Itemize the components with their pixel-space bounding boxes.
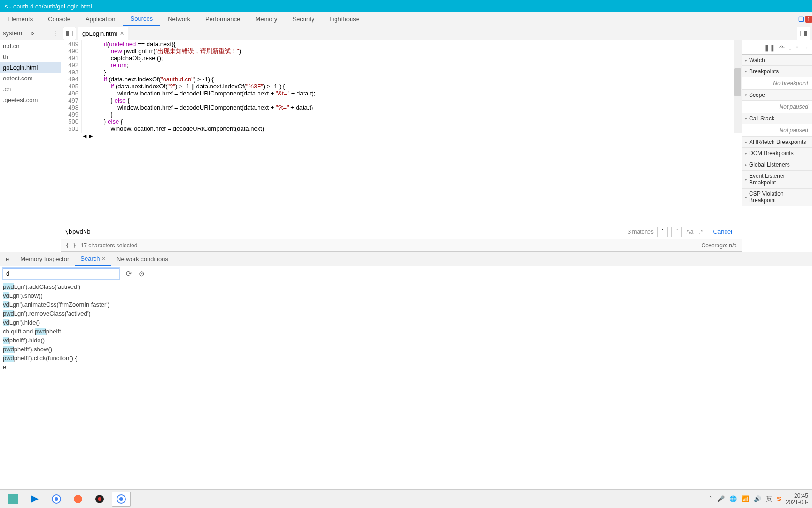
tab-performance[interactable]: Performance [198, 12, 248, 26]
refresh-icon[interactable]: ⟳ [126, 270, 132, 278]
section-breakpoints[interactable]: ▾Breakpoints [742, 66, 812, 77]
svg-point-8 [55, 497, 58, 501]
kebab-icon[interactable]: ⋮ [52, 30, 58, 37]
tray-chevron-icon[interactable]: ˄ [709, 495, 712, 502]
taskbar-app-chrome-active[interactable] [112, 492, 131, 507]
vertical-scrollbar[interactable] [734, 40, 742, 133]
close-icon[interactable]: × [120, 30, 124, 37]
taskbar-app-chrome[interactable] [47, 492, 66, 507]
search-result-row[interactable]: pwdLgn').addClass('actived') [3, 282, 809, 291]
section-event-listener-breakpoints[interactable]: ▸Event Listener Breakpoint [742, 170, 812, 188]
search-result-row[interactable]: pwdLgn').removeClass('actived') [3, 309, 809, 318]
tab-network[interactable]: Network [160, 12, 198, 26]
tab-elements[interactable]: Elements [0, 12, 40, 26]
toggle-navigator-icon[interactable] [63, 27, 76, 40]
file-navigator[interactable]: n.d.cn th goLogin.html eetest.com .cn .g… [0, 40, 61, 252]
close-icon[interactable]: × [102, 255, 105, 262]
clear-icon[interactable]: ⊘ [139, 270, 145, 278]
code-editor[interactable]: 4894904914924934944954964974984995005015… [61, 40, 742, 133]
tray-mic-icon[interactable]: 🎤 [717, 495, 725, 502]
section-callstack[interactable]: ▾Call Stack [742, 113, 812, 124]
callstack-body: Not paused [742, 124, 812, 136]
tray-volume-icon[interactable]: 🔊 [754, 495, 761, 502]
svg-point-13 [119, 497, 123, 501]
file-tab-label: goLogin.html [82, 30, 117, 37]
file-tab-golLogin[interactable]: goLogin.html × [78, 27, 128, 40]
step-out-icon[interactable]: ↑ [796, 44, 799, 51]
issues-count: 1 [805, 16, 812, 23]
search-result-row[interactable]: pwdphelft').click(function() { [3, 354, 809, 363]
devtools-main-tabs: Elements Console Application Sources Net… [0, 12, 812, 26]
scope-body: Not paused [742, 101, 812, 113]
file-tab-row: system » ⋮ goLogin.html × [0, 26, 812, 40]
filetree-item[interactable]: th [0, 51, 61, 62]
system-tray[interactable]: ˄ 🎤 🌐 📶 🔊 英 S 20:45 2021-08- [709, 492, 808, 506]
taskbar-app-record[interactable] [90, 492, 109, 507]
pretty-print-icon[interactable]: { } [66, 242, 76, 249]
regex-toggle[interactable]: .* [698, 229, 704, 235]
tray-wifi-icon[interactable]: 📶 [742, 495, 749, 502]
svg-point-9 [74, 495, 82, 503]
filetree-item[interactable]: .cn [0, 84, 61, 95]
step-icon[interactable]: → [803, 44, 809, 51]
section-dom-breakpoints[interactable]: ▸DOM Breakpoints [742, 148, 812, 159]
section-watch[interactable]: ▸Watch [742, 55, 812, 66]
drawer-tab-memory-inspector[interactable]: Memory Inspector [15, 252, 75, 266]
drawer-tab-search[interactable]: Search× [75, 252, 111, 266]
filetree-item-selected[interactable]: goLogin.html [0, 62, 61, 73]
tab-security[interactable]: Security [285, 12, 322, 26]
section-global-listeners[interactable]: ▸Global Listeners [742, 159, 812, 170]
section-xhr-breakpoints[interactable]: ▸XHR/fetch Breakpoints [742, 136, 812, 148]
section-scope[interactable]: ▾Scope [742, 89, 812, 101]
window-minimize-button[interactable]: — [786, 2, 807, 10]
filetree-item[interactable]: .geetest.com [0, 95, 61, 105]
match-case-toggle[interactable]: Aa [686, 229, 695, 235]
search-result-row[interactable]: vdLgn').hide() [3, 318, 809, 327]
debugger-pane: ❚❚ ↷ ↓ ↑ → ▸Watch ▾Breakpoints No breakp… [742, 40, 812, 252]
pause-icon[interactable]: ❚❚ [764, 44, 775, 51]
drawer-search-input[interactable] [3, 268, 119, 279]
search-result-row[interactable]: vdLgn').animateCss('frmZoomIn faster') [3, 300, 809, 309]
scroll-right-icon[interactable]: ► [88, 133, 94, 225]
windows-taskbar: ˄ 🎤 🌐 📶 🔊 英 S 20:45 2021-08- [0, 489, 812, 508]
line-gutter: 4894904914924934944954964974984995005015… [61, 40, 82, 133]
step-over-icon[interactable]: ↷ [779, 44, 785, 51]
filetree-header: system [3, 30, 22, 37]
tab-sources[interactable]: Sources [123, 12, 161, 26]
search-result-row[interactable]: vdphelft').hide() [3, 336, 809, 345]
drawer-tab-0[interactable]: e [0, 252, 15, 266]
search-input[interactable] [65, 227, 624, 237]
overflow-icon[interactable]: » [31, 30, 34, 37]
drawer-tab-network-conditions[interactable]: Network conditions [111, 252, 174, 266]
taskbar-app-vscode[interactable] [25, 492, 44, 507]
tray-ime-icon[interactable]: 英 [766, 495, 772, 503]
svg-marker-6 [31, 495, 39, 503]
tab-memory[interactable]: Memory [248, 12, 285, 26]
filetree-item[interactable]: eetest.com [0, 73, 61, 84]
toggle-debugger-icon[interactable] [797, 27, 810, 40]
search-next-button[interactable]: ˅ [671, 227, 682, 237]
search-prev-button[interactable]: ˄ [657, 227, 668, 237]
tray-globe-icon[interactable]: 🌐 [729, 495, 737, 502]
code-lines[interactable]: if(undefined == data.next){ new pwdLgnEr… [82, 40, 734, 133]
filetree-item[interactable]: n.d.cn [0, 40, 61, 51]
tray-sogou-icon[interactable]: S [777, 495, 781, 502]
tab-lighthouse[interactable]: Lighthouse [322, 12, 367, 26]
taskbar-app[interactable] [4, 492, 23, 507]
search-match-count: 3 matches [627, 229, 653, 235]
search-result-row[interactable]: pwdphelft').show() [3, 345, 809, 354]
search-cancel-button[interactable]: Cancel [708, 228, 738, 235]
section-csp-breakpoints[interactable]: ▸CSP Violation Breakpoint [742, 188, 812, 206]
svg-rect-5 [8, 494, 18, 504]
tab-application[interactable]: Application [78, 12, 123, 26]
search-result-row[interactable]: vdLgn').show() [3, 291, 809, 300]
search-result-row[interactable]: e [3, 363, 809, 372]
issues-icon[interactable]: 1 [798, 12, 812, 26]
taskbar-app[interactable] [69, 492, 87, 507]
tab-console[interactable]: Console [40, 12, 78, 26]
scroll-left-icon[interactable]: ◄ [82, 133, 88, 225]
step-into-icon[interactable]: ↓ [789, 44, 792, 51]
search-results-list[interactable]: pwdLgn').addClass('actived')vdLgn').show… [0, 281, 812, 375]
taskbar-clock[interactable]: 20:45 2021-08- [786, 492, 808, 506]
search-result-row[interactable]: ch qrlft and pwdphelft [3, 327, 809, 336]
